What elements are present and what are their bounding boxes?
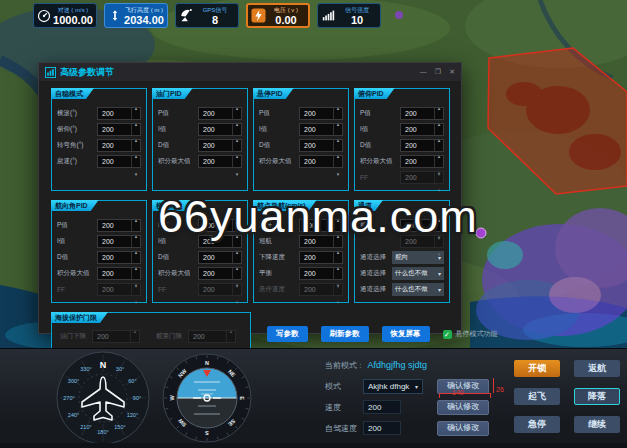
caret-down-icon [415,382,418,391]
voltage-bolt-icon [250,8,266,23]
param-label: 积分最大值 [57,269,90,278]
spinner-up-button[interactable] [134,319,137,337]
spinner-down-button[interactable] [337,290,340,308]
spinner-input[interactable]: 200 [97,283,141,296]
group-header: 俯仰PID [354,88,395,99]
altitude-arrows-icon [107,8,123,23]
return-home-button[interactable]: 返航 [574,360,620,377]
spinner-up-button[interactable] [438,160,441,178]
param-label: FF [158,286,166,293]
confirm-edit-button[interactable]: 确认修改 [437,400,489,415]
spinner-arrows [226,331,235,342]
param-label: P值 [259,109,270,118]
arm-button[interactable]: 开锁 [514,360,560,377]
refresh-params-button[interactable]: 刷新参数 [321,326,369,342]
group-body: 油门下限200舵量门限200 [60,327,242,346]
spinner-up-button[interactable] [236,272,239,290]
param-label: 悬停速度 [259,285,285,294]
close-button[interactable]: ✕ [449,68,455,76]
caret-down-icon [438,286,441,293]
spinner-input[interactable]: 200 [198,155,242,168]
spinner-down-button[interactable] [135,290,138,308]
spinner-input[interactable]: 200 [97,155,141,168]
param-row: P值200 [360,107,444,120]
minimize-button[interactable]: — [420,68,427,76]
spinner-value: 200 [199,140,232,151]
spinner-value: 200 [300,156,333,167]
window-controls: — ❐ ✕ [420,68,455,76]
svg-text:240°: 240° [68,412,79,418]
param-row: I值200 [57,235,141,248]
spinner-value: 200 [199,156,232,167]
spinner-down-button[interactable] [438,242,441,260]
select-input[interactable]: 什么也不做 [392,267,444,280]
spinner-up-button[interactable] [135,272,138,290]
spinner-value: 200 [98,124,131,135]
spinner-up-button[interactable] [230,319,233,337]
spinner-value: 200 [199,284,232,295]
status-value: 0.00 [266,14,306,26]
param-row: 下降速度200 [259,251,343,264]
spinner-up-button[interactable] [236,144,239,162]
svg-text:330°: 330° [80,366,91,372]
svg-text:60°: 60° [128,378,136,384]
continue-button[interactable]: 继续 [574,416,620,433]
param-row: 悬停速度200 [259,283,343,296]
spinner-input[interactable]: 200 [299,155,343,168]
select-input[interactable]: 舵向 [392,251,444,264]
autopilot-speed-input[interactable] [363,421,401,435]
dialog-titlebar[interactable]: 高级参数调节 — ❐ ✕ [39,63,461,81]
spinner-value: 200 [300,268,333,279]
param-label: 俯仰(°) [57,125,77,134]
takeoff-button[interactable]: 起飞 [514,388,560,405]
spinner-arrows [232,284,241,295]
speedometer-icon [36,9,52,23]
spinner-up-button[interactable] [337,272,340,290]
group-body: P值200I值200D值200积分最大值200FF200 [360,107,444,184]
spinner-input[interactable]: 200 [400,171,444,184]
spinner-input[interactable]: 200 [92,330,140,343]
ground-station-screen: 对速 ( m/s )1000.00飞行高度 ( m )2034.00GPS信号8… [0,0,627,448]
spinner-value: 200 [199,124,232,135]
spinner-input[interactable]: 200 [198,283,242,296]
spinner-down-button[interactable] [337,162,340,180]
param-group-3: 俯仰PIDP值200I值200D值200积分最大值200FF200 [354,88,450,191]
group-body: P值200I值200D值200积分最大值200 [259,107,343,168]
measurement-height: 26 [493,378,504,393]
select-input[interactable]: 什么也不做 [392,283,444,296]
spinner-value: 200 [401,108,434,119]
hover-mode-checkbox[interactable]: 悬停模式功能 [443,329,498,339]
write-params-button[interactable]: 写参数 [267,326,308,342]
spinner-input[interactable]: 200 [299,283,343,296]
gauges: N30°60°90°120°150°180°210°240°270°300°33… [45,351,275,447]
spinner-down-button[interactable] [236,162,239,180]
autopilot-speed-label: 自驾速度 [325,423,363,434]
param-row: 横滚(°)200 [57,107,141,120]
spinner-up-button[interactable] [135,144,138,162]
param-row: 俯仰(°)200 [57,123,141,136]
speed-input[interactable] [363,400,401,414]
param-row: I值200 [259,123,343,136]
spinner-down-button[interactable] [236,290,239,308]
spinner-value: 200 [98,108,131,119]
svg-text:E: E [239,396,245,400]
land-button[interactable]: 降落 [574,388,620,405]
dialog-title: 高级参数调节 [60,66,114,79]
confirm-edit-button[interactable]: 确认修改 [437,421,489,436]
param-row: 通道选择什么也不做 [360,283,444,296]
mode-select[interactable]: Akjhk dfhgk [363,379,423,394]
mode-select-value: Akjhk dfhgk [368,382,409,391]
spinner-up-button[interactable] [337,144,340,162]
restore-screen-button[interactable]: 恢复屏幕 [382,326,430,342]
status-box-signal: 信号强度10 [317,3,381,28]
estop-button[interactable]: 急停 [514,416,560,433]
caret-down-icon [438,270,441,277]
maximize-button[interactable]: ❐ [435,68,441,76]
spinner-down-button[interactable] [135,162,138,180]
param-row: P值200 [57,219,141,232]
status-label: 信号强度 [336,6,378,14]
svg-text:S: S [205,430,209,436]
measurement-width: 140 [439,393,491,398]
spinner-input[interactable]: 200 [188,330,236,343]
speed-row: 速度 确认修改 [325,399,525,415]
